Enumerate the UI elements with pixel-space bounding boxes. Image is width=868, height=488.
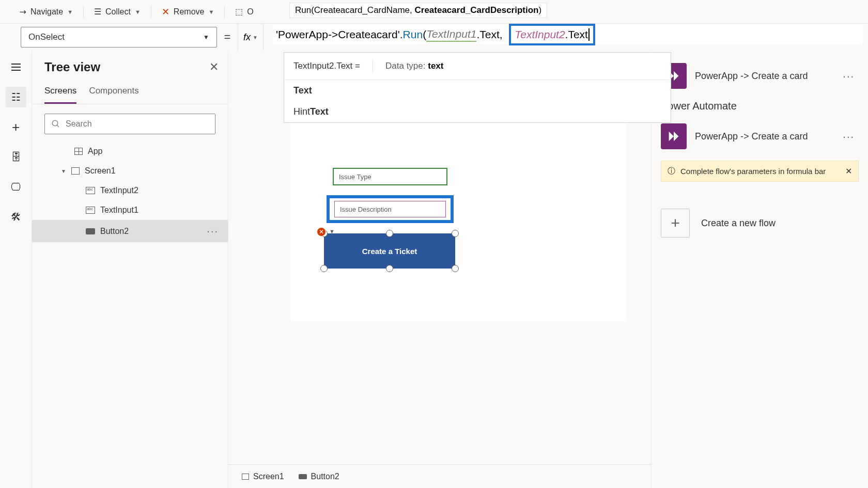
- warning-close-button[interactable]: ✕: [845, 166, 852, 176]
- datatype-label: Data type:: [385, 61, 428, 71]
- media-icon: 🖵: [11, 181, 21, 193]
- right-panel: PowerApp -> Create a card ··· Power Auto…: [651, 51, 868, 488]
- tools-rail-button[interactable]: 🛠: [6, 207, 26, 227]
- canvas-textinput2-highlight: Issue Description: [327, 195, 454, 223]
- navigate-menu[interactable]: ↗ Navigate ▼: [17, 4, 76, 20]
- svg-line-1: [57, 125, 59, 127]
- resize-handle[interactable]: [452, 265, 459, 272]
- textinput-icon: [86, 207, 95, 214]
- tok-run: Run: [403, 28, 423, 41]
- collect-menu[interactable]: ☰ Collect ▼: [91, 4, 144, 20]
- tree-search-box[interactable]: [44, 114, 215, 134]
- chevron-down-icon: ▼: [253, 35, 258, 40]
- tree-item-more-button[interactable]: ···: [207, 225, 219, 237]
- tree-view-title: Tree view: [44, 60, 100, 74]
- chevron-down-icon: ▼: [67, 9, 73, 15]
- toolbar-separator: [151, 6, 151, 18]
- resize-handle[interactable]: [386, 265, 393, 272]
- chevron-down-icon: ▼: [135, 9, 141, 15]
- tree-item-label: Button2: [100, 227, 129, 236]
- chevron-down-icon: ▼: [208, 9, 214, 15]
- cursor-icon: ⬚: [235, 7, 243, 17]
- hamburger-line: [11, 67, 21, 68]
- intellisense-item-hinttext[interactable]: HintText: [284, 101, 671, 122]
- tree-item-app[interactable]: App: [32, 141, 228, 161]
- canvas-textinput2[interactable]: Issue Description: [334, 201, 446, 217]
- intellisense-item-prefix: Hint: [293, 106, 310, 117]
- canvas-input1-placeholder: Issue Type: [339, 173, 371, 181]
- tree-item-label: App: [88, 147, 102, 156]
- tok-flowname: PowerApp->Createacard: [278, 28, 398, 41]
- hamburger-button[interactable]: [6, 57, 26, 77]
- svg-point-0: [52, 120, 58, 126]
- media-rail-button[interactable]: 🖵: [6, 177, 26, 197]
- canvas-button2[interactable]: Create a Ticket: [324, 233, 455, 269]
- property-name: OnSelect: [28, 32, 65, 42]
- resize-handle[interactable]: [320, 265, 328, 272]
- tree-item-screen1[interactable]: ▼ Screen1: [32, 161, 228, 181]
- tab-screens-label: Screens: [44, 86, 76, 96]
- button-icon: [86, 228, 95, 234]
- intellisense-separator: [373, 60, 373, 72]
- intellisense-dropdown: TextInput2.Text = Data type: text Text H…: [284, 52, 671, 123]
- fx-icon: fx: [243, 32, 251, 43]
- toolbar-separator: [224, 6, 225, 18]
- tree-item-button2[interactable]: Button2 ···: [32, 220, 228, 242]
- tree-view-tabs: Screens Components: [32, 82, 228, 104]
- canvas-textinput1[interactable]: Issue Type: [333, 168, 447, 185]
- info-icon: ⓘ: [668, 166, 675, 176]
- create-new-flow-label: Create a new flow: [701, 218, 776, 229]
- powerapps-flow-icon: [661, 123, 687, 149]
- remove-menu[interactable]: ✕ Remove ▼: [159, 3, 217, 21]
- onvisible-label: O: [247, 7, 253, 17]
- tooltip-current-param: Createacard_CardDescription: [415, 5, 539, 15]
- tree-list: App ▼ Screen1 TextInput2 TextInput1 Butt…: [32, 139, 228, 244]
- tree-item-label: TextInput1: [100, 206, 138, 215]
- flow-list-item[interactable]: PowerApp -> Create a card ···: [661, 123, 859, 149]
- button-icon: [299, 474, 307, 479]
- hamburger-line: [11, 64, 21, 65]
- resize-handle[interactable]: [452, 230, 459, 237]
- onvisible-menu[interactable]: ⬚ O: [232, 4, 256, 20]
- navigate-label: Navigate: [30, 7, 63, 17]
- data-rail-button[interactable]: 🗄: [6, 147, 26, 167]
- canvas-input2-placeholder: Issue Description: [340, 206, 392, 213]
- tree-item-textinput2[interactable]: TextInput2: [32, 181, 228, 200]
- layers-icon: ☷: [11, 91, 21, 103]
- breadcrumb-button2[interactable]: Button2: [299, 472, 339, 481]
- fx-expand-button[interactable]: fx ▼: [238, 24, 264, 51]
- tree-view-rail-button[interactable]: ☷: [6, 87, 26, 107]
- insert-rail-button[interactable]: +: [6, 117, 26, 137]
- create-new-flow-button[interactable]: + Create a new flow: [661, 209, 859, 238]
- tools-icon: 🛠: [11, 211, 21, 223]
- flow-reference[interactable]: PowerApp -> Create a card ···: [661, 63, 859, 89]
- intellisense-item-text[interactable]: Text: [284, 80, 671, 101]
- remove-label: Remove: [174, 7, 205, 17]
- chevron-down-icon[interactable]: ▼: [329, 228, 335, 234]
- tok-textinput1: TextInput1: [426, 28, 476, 42]
- plus-icon: +: [12, 119, 20, 135]
- breadcrumb-screen1[interactable]: Screen1: [242, 472, 284, 481]
- tab-components[interactable]: Components: [89, 82, 138, 104]
- textinput-icon: [86, 187, 95, 194]
- tree-search-input[interactable]: [66, 119, 209, 129]
- resize-handle[interactable]: [386, 230, 393, 237]
- formula-bar[interactable]: 'PowerApp->Createacard'.Run(TextInput1.T…: [273, 25, 863, 44]
- breadcrumb-label: Screen1: [253, 472, 284, 481]
- canvas-button-label: Create a Ticket: [362, 247, 417, 256]
- property-selector[interactable]: OnSelect ▼: [21, 27, 217, 48]
- flow-warning-banner: ⓘ Complete flow's parameters in formula …: [661, 161, 859, 182]
- chevron-down-icon[interactable]: ▼: [44, 168, 66, 174]
- flow-more-button[interactable]: ···: [839, 129, 859, 145]
- tab-screens[interactable]: Screens: [44, 82, 76, 104]
- left-rail: ☷ + 🗄 🖵 🛠: [0, 51, 32, 488]
- tree-view-close-button[interactable]: ✕: [209, 60, 219, 74]
- app-icon: [74, 148, 83, 155]
- formula-signature-tooltip: Run(Createacard_CardName, Createacard_Ca…: [289, 3, 547, 18]
- tree-item-textinput1[interactable]: TextInput1: [32, 200, 228, 220]
- flow-more-button[interactable]: ···: [839, 68, 859, 84]
- tooltip-suffix: ): [538, 5, 541, 15]
- canvas-button-selection[interactable]: ✕ ▼ Create a Ticket: [324, 233, 455, 269]
- breadcrumb-bar: Screen1 Button2: [228, 464, 651, 488]
- error-badge-icon[interactable]: ✕: [317, 227, 326, 237]
